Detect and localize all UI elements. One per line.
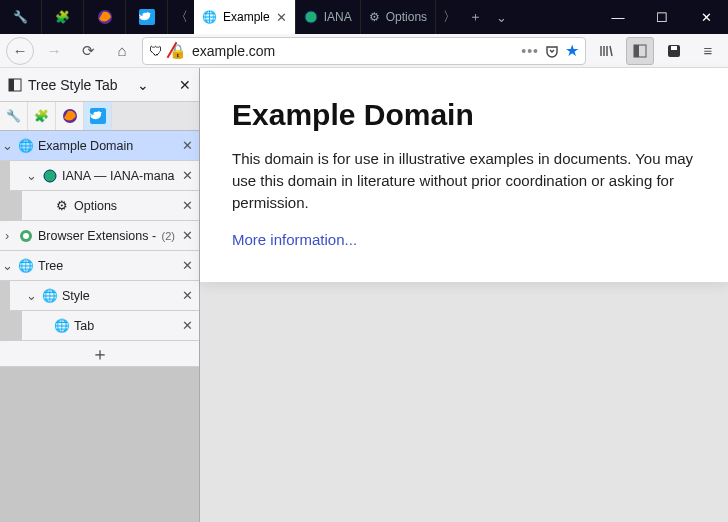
tree-pinned-twitter[interactable] — [84, 102, 112, 130]
tree-pinned-extensions[interactable]: 🧩 — [28, 102, 56, 130]
pinned-tab-twitter[interactable] — [126, 0, 168, 34]
navigation-toolbar: ← → ⟳ ⌂ 🛡 🔒 example.com ••• ★ ≡ — [0, 34, 728, 68]
tree-close-button[interactable]: ✕ — [179, 228, 195, 243]
minimize-button[interactable]: — — [596, 0, 640, 34]
maximize-icon: ☐ — [656, 10, 668, 25]
tree-item-iana[interactable]: ⌄ IANA — IANA-managed ✕ — [0, 161, 199, 191]
descendant-count: (2) — [162, 230, 175, 242]
page-actions-icon[interactable]: ••• — [521, 43, 539, 59]
tree-item-tree[interactable]: ⌄ 🌐 Tree ✕ — [0, 251, 199, 281]
library-button[interactable] — [592, 37, 620, 65]
wrench-icon: 🔧 — [6, 109, 21, 123]
tree-item-label: IANA — IANA-managed — [62, 169, 175, 183]
close-window-button[interactable]: ✕ — [684, 0, 728, 34]
reload-button[interactable]: ⟳ — [74, 37, 102, 65]
svg-rect-7 — [671, 46, 677, 50]
sidebar-picker-dropdown[interactable]: ⌄ — [137, 77, 149, 93]
all-tabs-button[interactable]: ⌄ — [488, 0, 514, 34]
pinned-tab-firefox[interactable] — [84, 0, 126, 34]
library-icon — [598, 43, 614, 59]
tree-item-options[interactable]: ⚙ Options ✕ — [0, 191, 199, 221]
iana-icon — [42, 168, 58, 184]
tree-item-example-domain[interactable]: ⌄ 🌐 Example Domain ✕ — [0, 131, 199, 161]
more-information-link[interactable]: More information... — [232, 231, 357, 248]
twisty-icon[interactable]: › — [0, 229, 14, 243]
insecure-lock-icon[interactable]: 🔒 — [169, 43, 186, 59]
tree-close-button[interactable]: ✕ — [179, 168, 195, 183]
tab-scroll-left[interactable]: 〈 — [168, 0, 194, 34]
tree-item-label: Example Domain — [38, 139, 175, 153]
pinned-tab-extensions[interactable]: 🧩 — [42, 0, 84, 34]
save-icon — [667, 44, 681, 58]
tree-close-button[interactable]: ✕ — [179, 258, 195, 273]
twisty-icon[interactable]: ⌄ — [24, 288, 38, 303]
tab-example-domain[interactable]: 🌐 Example ✕ — [194, 0, 296, 34]
wrench-icon: 🔧 — [13, 10, 28, 24]
svg-rect-5 — [634, 45, 639, 57]
maximize-button[interactable]: ☐ — [640, 0, 684, 34]
puzzle-icon: 🧩 — [34, 109, 49, 123]
tree-item-label: Tab — [74, 319, 175, 333]
tree-close-button[interactable]: ✕ — [179, 198, 195, 213]
app-menu-button[interactable]: ≡ — [694, 37, 722, 65]
pinned-tab-wrench[interactable]: 🔧 — [0, 0, 42, 34]
tab-tree: ⌄ 🌐 Example Domain ✕ ⌄ IANA — IANA-manag… — [0, 131, 199, 367]
sidebar-toggle-button[interactable] — [626, 37, 654, 65]
tree-item-label: Options — [74, 199, 175, 213]
arrow-left-icon: ← — [13, 42, 28, 59]
page-document: Example Domain This domain is for use in… — [200, 68, 728, 282]
tree-close-button[interactable]: ✕ — [179, 138, 195, 153]
home-button[interactable]: ⌂ — [108, 37, 136, 65]
twisty-icon[interactable]: ⌄ — [0, 258, 14, 273]
tree-item-style[interactable]: ⌄ 🌐 Style ✕ — [0, 281, 199, 311]
tree-close-button[interactable]: ✕ — [179, 288, 195, 303]
iana-icon — [304, 10, 318, 24]
url-text: example.com — [192, 43, 515, 59]
new-tab-button[interactable]: ＋ — [462, 0, 488, 34]
arrow-right-icon: → — [47, 42, 62, 59]
firefox-icon — [62, 108, 78, 124]
sidebar-title: Tree Style Tab — [28, 77, 131, 93]
chevron-down-icon: ⌄ — [496, 10, 507, 25]
globe-icon: 🌐 — [18, 258, 34, 274]
tab-label: Options — [386, 10, 427, 24]
puzzle-icon: 🧩 — [55, 10, 70, 24]
globe-icon: 🌐 — [54, 318, 70, 334]
save-button[interactable] — [660, 37, 688, 65]
sidebar-close-button[interactable]: ✕ — [179, 77, 191, 93]
globe-icon: 🌐 — [42, 288, 58, 304]
chevron-left-icon: 〈 — [175, 8, 188, 26]
tree-item-tab[interactable]: 🌐 Tab ✕ — [0, 311, 199, 341]
tree-pinned-firefox[interactable] — [56, 102, 84, 130]
twisty-icon[interactable]: ⌄ — [0, 138, 14, 153]
tab-scroll-right[interactable]: 〉 — [436, 0, 462, 34]
tab-close-button[interactable]: ✕ — [276, 10, 287, 25]
hamburger-icon: ≡ — [704, 42, 713, 59]
tree-close-button[interactable]: ✕ — [179, 318, 195, 333]
tree-item-browser-extensions[interactable]: › Browser Extensions - M (2) ✕ — [0, 221, 199, 251]
bookmark-star-icon[interactable]: ★ — [565, 41, 579, 60]
page-paragraph: This domain is for use in illustrative e… — [232, 148, 696, 213]
tab-options[interactable]: ⚙ Options — [361, 0, 436, 34]
pocket-icon[interactable] — [545, 44, 559, 58]
globe-icon: 🌐 — [18, 138, 34, 154]
plus-icon: ＋ — [91, 342, 109, 366]
svg-rect-9 — [9, 79, 14, 91]
tree-pinned-wrench[interactable]: 🔧 — [0, 102, 28, 130]
url-bar[interactable]: 🛡 🔒 example.com ••• ★ — [142, 37, 586, 65]
globe-icon: 🌐 — [202, 10, 217, 24]
sidebar-header: Tree Style Tab ⌄ ✕ — [0, 68, 199, 102]
minimize-icon: — — [612, 10, 625, 25]
twisty-icon[interactable]: ⌄ — [24, 168, 38, 183]
new-tab-row[interactable]: ＋ — [0, 341, 199, 367]
forward-button[interactable]: → — [40, 37, 68, 65]
close-icon: ✕ — [701, 10, 712, 25]
home-icon: ⌂ — [117, 42, 126, 59]
window-titlebar: 🔧 🧩 〈 🌐 Example ✕ IANA ⚙ Options 〉 ＋ ⌄ —… — [0, 0, 728, 34]
twitter-icon — [90, 108, 106, 124]
tab-iana[interactable]: IANA — [296, 0, 361, 34]
back-button[interactable]: ← — [6, 37, 34, 65]
reload-icon: ⟳ — [82, 42, 95, 60]
shield-icon[interactable]: 🛡 — [149, 43, 163, 59]
firefox-icon — [97, 9, 113, 25]
